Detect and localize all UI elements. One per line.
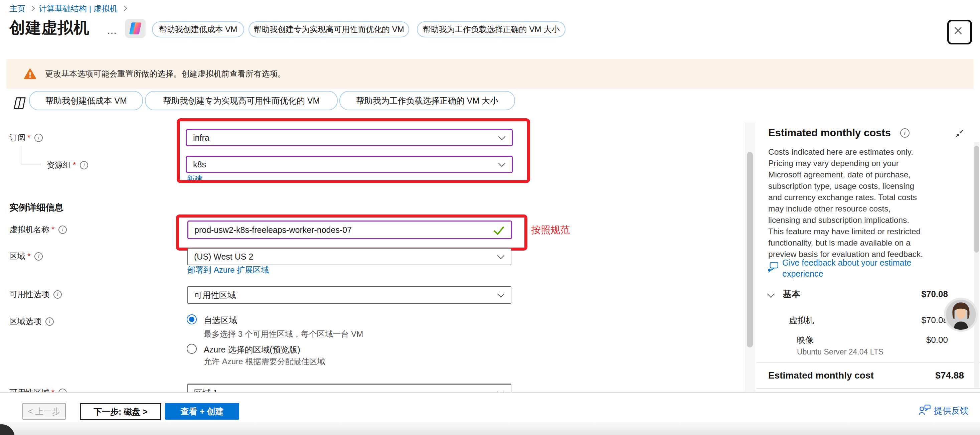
review-create-button[interactable]: 查看 + 创建	[165, 403, 239, 420]
annotation-box-subscription	[177, 118, 530, 183]
page-background	[0, 422, 980, 435]
create-new-resource-group-link[interactable]: 新建	[187, 174, 203, 185]
breadcrumb-home-link[interactable]: 主页	[10, 3, 25, 14]
main-scrollbar-thumb[interactable]	[747, 152, 753, 347]
chevron-down-icon	[497, 290, 504, 297]
annotation-text: 按照规范	[531, 223, 570, 237]
create-vm-blade: 主页 计算基础结构 | 虚拟机 创建虚拟机 … 帮助我创建低成本 VM 帮助我创…	[0, 0, 980, 435]
subscription-value: infra	[193, 133, 209, 143]
info-icon[interactable]: i	[80, 161, 88, 169]
region-label: 区域* i	[10, 251, 43, 261]
warning-banner: 更改基本选项可能会重置所做的选择。创建虚拟机前查看所有选项。	[6, 59, 974, 89]
deploy-extended-zones-link[interactable]: 部署到 Azure 扩展区域	[188, 265, 269, 275]
resource-group-value: k8s	[193, 160, 206, 169]
cost-total-amount: $74.88	[935, 370, 964, 381]
user-avatar[interactable]	[944, 298, 978, 332]
cost-row-label: 映像	[797, 335, 814, 346]
assist-low-cost-vm-button[interactable]: 帮助我创建低成本 VM	[29, 91, 143, 110]
self-selected-zones-radio-description: 最多选择 3 个可用性区域，每个区域一台 VM	[204, 329, 363, 339]
close-button[interactable]	[947, 20, 972, 45]
panel-divider	[757, 388, 980, 389]
cost-row-amount: $0.00	[926, 335, 948, 345]
cost-panel-title: Estimated monthly costs i	[768, 127, 910, 139]
subscription-label: 订阅* i	[10, 132, 43, 143]
required-asterisk: *	[27, 133, 30, 142]
copilot-button[interactable]	[125, 19, 146, 38]
cost-group-label: 基本	[783, 288, 800, 300]
collapse-panel-icon[interactable]	[955, 129, 964, 138]
info-icon[interactable]: i	[900, 128, 910, 138]
copilot-icon	[128, 22, 142, 35]
panel-scrollbar-thumb[interactable]	[974, 146, 978, 253]
valid-check-icon	[493, 223, 504, 235]
next-disks-button[interactable]: 下一步: 磁盘 >	[80, 403, 161, 420]
main-scrollbar-track[interactable]	[745, 123, 755, 392]
vm-name-input[interactable]: prod-usw2-k8s-freeleaps-worker-nodes-07	[188, 220, 512, 239]
required-asterisk: *	[73, 160, 76, 170]
region-value: (US) West US 2	[194, 252, 253, 261]
warning-icon	[24, 68, 37, 80]
feedback-person-icon	[918, 404, 931, 416]
assist-low-cost-vm-button[interactable]: 帮助我创建低成本 VM	[152, 21, 244, 37]
cost-row-vm: 虚拟机 $70.08	[789, 314, 948, 326]
field-connector-line	[21, 146, 21, 164]
instance-details-heading: 实例详细信息	[10, 201, 64, 214]
cost-disclaimer-text: Costs indicated here are estimates only.…	[768, 147, 924, 260]
warning-text: 更改基本选项可能会重置所做的选择。创建虚拟机前查看所有选项。	[45, 69, 286, 79]
breadcrumb: 主页 计算基础结构 | 虚拟机	[10, 3, 131, 14]
info-icon[interactable]: i	[45, 317, 54, 326]
azure-selected-zones-radio[interactable]	[187, 344, 197, 354]
panel-divider	[757, 362, 980, 363]
subscription-dropdown[interactable]: infra	[186, 129, 513, 147]
self-selected-zones-radio[interactable]	[187, 314, 197, 324]
cost-total-row: Estimated monthly cost $74.88	[768, 368, 964, 382]
vm-name-label: 虚拟机名称* i	[10, 224, 67, 235]
feedback-bubbles-icon	[767, 261, 779, 273]
chevron-down-icon	[498, 160, 505, 167]
footer-bar: < 上一步 下一步: 磁盘 > 查看 + 创建 提供反馈	[0, 392, 980, 422]
estimate-feedback-link[interactable]: Give feedback about your estimate experi…	[782, 257, 932, 279]
panel-scrollbar-track[interactable]	[974, 142, 979, 387]
give-feedback-link[interactable]: 提供反馈	[934, 405, 969, 417]
region-dropdown[interactable]: (US) West US 2	[188, 248, 511, 265]
availability-options-dropdown[interactable]: 可用性区域	[188, 286, 511, 304]
availability-options-value: 可用性区域	[194, 290, 236, 301]
resource-group-dropdown[interactable]: k8s	[186, 156, 513, 173]
assist-right-vm-size-button[interactable]: 帮助我为工作负载选择正确的 VM 大小	[417, 21, 565, 37]
assist-high-availability-vm-button[interactable]: 帮助我创建专为实现高可用性而优化的 VM	[248, 21, 409, 37]
azure-selected-zones-radio-label: Azure 选择的区域(预览版)	[204, 344, 300, 355]
chevron-down-icon	[498, 133, 505, 140]
cost-row-sub-label: Ubuntu Server 24.04 LTS	[797, 347, 883, 357]
cost-row-image: 映像 $0.00	[797, 334, 948, 346]
cost-group-row: 基本 $70.08	[768, 288, 948, 300]
info-icon[interactable]: i	[34, 134, 43, 142]
copilot-outline-icon	[12, 96, 27, 110]
chevron-right-icon	[121, 6, 127, 11]
availability-options-label: 可用性选项 i	[10, 289, 62, 300]
cost-row-label: 虚拟机	[789, 315, 814, 326]
info-icon[interactable]: i	[53, 290, 62, 299]
chevron-right-icon	[29, 6, 35, 11]
vm-name-value: prod-usw2-k8s-freeleaps-worker-nodes-07	[194, 225, 352, 235]
zone-options-label: 区域选项 i	[10, 316, 54, 327]
field-connector-line	[21, 164, 41, 164]
collapse-group-chevron-icon[interactable]	[767, 290, 775, 298]
more-menu-button[interactable]: …	[107, 25, 118, 36]
info-icon[interactable]: i	[59, 226, 67, 234]
info-icon[interactable]: i	[34, 252, 43, 261]
chevron-down-icon	[497, 252, 504, 259]
resource-group-label: 资源组* i	[47, 160, 88, 170]
self-selected-zones-radio-label: 自选区域	[204, 315, 237, 326]
previous-button[interactable]: < 上一步	[22, 403, 66, 420]
required-asterisk: *	[27, 252, 30, 261]
required-asterisk: *	[51, 225, 54, 234]
cost-total-label: Estimated monthly cost	[768, 370, 874, 381]
page-title: 创建虚拟机	[10, 18, 89, 38]
assist-high-availability-vm-button[interactable]: 帮助我创建专为实现高可用性而优化的 VM	[145, 91, 338, 110]
assist-right-vm-size-button[interactable]: 帮助我为工作负载选择正确的 VM 大小	[339, 91, 515, 110]
azure-selected-zones-radio-description: 允许 Azure 根据需要分配最佳区域	[204, 356, 325, 367]
breadcrumb-vm-link[interactable]: 计算基础结构 | 虚拟机	[39, 3, 118, 14]
